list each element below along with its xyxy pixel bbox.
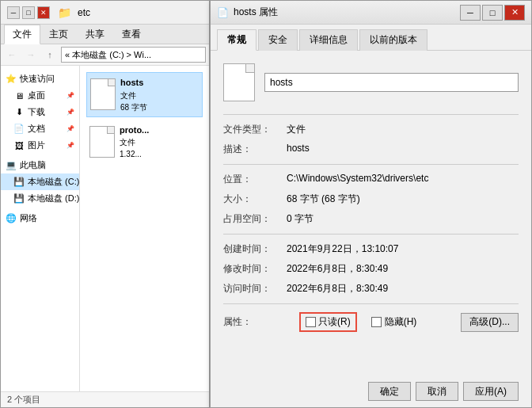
size-value: 68 字节 (68 字节) [287, 193, 519, 206]
dialog-maximize-btn[interactable]: □ [482, 5, 503, 21]
desc-value: hosts [287, 143, 519, 154]
readonly-checkbox[interactable] [306, 317, 316, 327]
dialog-title-label: hosts 属性 [234, 6, 278, 19]
minimize-btn[interactable]: ─ [7, 6, 20, 19]
explorer-title: etc [78, 7, 90, 18]
sidebar-label-desktop: 桌面 [28, 90, 45, 101]
modified-label: 修改时间： [223, 262, 287, 276]
dialog-close-btn[interactable]: ✕ [504, 5, 525, 21]
status-bar: 2 个项目 [1, 391, 209, 407]
proto-filetype: 文件 [120, 136, 149, 148]
created-value: 2021年9月22日，13:10:07 [287, 242, 519, 256]
sidebar-item-desktop[interactable]: 🖥 桌面 📌 [1, 87, 79, 104]
dialog-bottom-buttons: 确定 取消 应用(A) [211, 376, 531, 407]
sidebar-item-thispc[interactable]: 💻 此电脑 [1, 157, 79, 173]
ribbon-tab-file[interactable]: 文件 [4, 25, 40, 44]
address-bar[interactable]: « 本地磁盘 (C:) > Wi... [61, 47, 206, 63]
ribbon: 文件 主页 共享 查看 [1, 25, 209, 44]
documents-icon: 📄 [13, 124, 25, 135]
maximize-btn[interactable]: □ [22, 6, 35, 19]
explorer-panel: ─ □ ✕ 📁 etc 文件 主页 共享 查看 ← → ↑ « 本地磁盘 (C:… [0, 0, 210, 408]
filetype-label: 文件类型： [223, 123, 287, 136]
close-btn[interactable]: ✕ [37, 6, 50, 19]
attr-row: 属性： 只读(R) 隐藏(H) 高级(D)... [223, 312, 519, 332]
dialog-content: 文件类型： 文件 描述： hosts 位置： C:\Windows\System… [211, 51, 531, 376]
size-label: 大小： [223, 193, 287, 206]
sidebar-label-pictures: 图片 [28, 139, 45, 151]
title-bar-icons: ─ □ ✕ [7, 6, 50, 19]
dialog-file-icon: 📄 [217, 7, 229, 18]
file-item-proto[interactable]: proto... 文件 1.32... [86, 120, 203, 164]
divider-2 [223, 164, 519, 165]
properties-dialog: 📄 hosts 属性 ─ □ ✕ 常规 安全 详细信息 以前的版本 文件类型： … [210, 0, 532, 408]
forward-button[interactable]: → [23, 47, 39, 63]
cancel-button[interactable]: 取消 [416, 382, 458, 401]
hidden-checkbox[interactable] [371, 317, 382, 327]
readonly-checkbox-group: 只读(R) [299, 312, 357, 332]
attr-left: 只读(R) 隐藏(H) [299, 312, 416, 332]
proto-file-icon [89, 126, 115, 158]
folder-icon: 📁 [58, 6, 71, 19]
up-button[interactable]: ↑ [42, 47, 58, 63]
status-text: 2 个项目 [7, 394, 40, 406]
sidebar-item-downloads[interactable]: ⬇ 下载 📌 [1, 104, 79, 120]
dialog-tabs: 常规 安全 详细信息 以前的版本 [211, 25, 531, 51]
hosts-filesize: 68 字节 [120, 101, 147, 113]
readonly-checkbox-item: 只读(R) [306, 315, 351, 329]
dialog-controls: ─ □ ✕ [460, 5, 525, 21]
created-label: 创建时间： [223, 242, 287, 256]
accessed-label: 访问时间： [223, 282, 287, 296]
disksize-value: 0 字节 [287, 212, 519, 226]
prop-row-accessed: 访问时间： 2022年6月8日，8:30:49 [223, 282, 519, 296]
sidebar-item-documents[interactable]: 📄 文档 📌 [1, 120, 79, 137]
hosts-file-info: hosts 文件 68 字节 [120, 76, 147, 113]
attr-label: 属性： [223, 315, 252, 329]
file-item-hosts[interactable]: hosts 文件 68 字节 [86, 72, 203, 117]
nav-bar: ← → ↑ « 本地磁盘 (C:) > Wi... [1, 44, 209, 66]
ribbon-tab-view[interactable]: 查看 [113, 25, 150, 44]
hosts-filename: hosts [120, 76, 147, 90]
file-list: hosts 文件 68 字节 proto... 文件 1.32... [80, 66, 209, 391]
pin-icon-desktop: 📌 [66, 92, 74, 99]
pin-icon-documents: 📌 [66, 125, 74, 132]
sidebar-item-cdrive[interactable]: 💾 本地磁盘 (C:) [1, 173, 79, 190]
cdrive-icon: 💾 [13, 177, 25, 188]
prop-row-created: 创建时间： 2021年9月22日，13:10:07 [223, 242, 519, 256]
sidebar-section-thispc: 💻 此电脑 💾 本地磁盘 (C:) 💾 本地磁盘 (D:) [1, 155, 79, 208]
divider-3 [223, 234, 519, 235]
accessed-value: 2022年6月8日，8:30:49 [287, 282, 519, 296]
tab-general[interactable]: 常规 [217, 29, 256, 51]
sidebar-label-network: 网络 [20, 212, 37, 224]
ribbon-tabs: 文件 主页 共享 查看 [1, 25, 209, 44]
apply-button[interactable]: 应用(A) [463, 382, 519, 401]
prop-row-disksize: 占用空间： 0 字节 [223, 212, 519, 226]
pictures-icon: 🖼 [13, 140, 25, 151]
proto-filesize: 1.32... [120, 148, 149, 160]
prop-row-type: 文件类型： 文件 [223, 123, 519, 136]
ok-button[interactable]: 确定 [368, 382, 411, 401]
proto-file-info: proto... 文件 1.32... [120, 124, 149, 161]
tab-details[interactable]: 详细信息 [299, 29, 358, 51]
quickaccess-icon: ⭐ [6, 74, 17, 85]
explorer-title-bar: ─ □ ✕ 📁 etc [1, 1, 209, 25]
advanced-button[interactable]: 高级(D)... [461, 313, 519, 332]
tab-security[interactable]: 安全 [258, 29, 298, 51]
location-label: 位置： [223, 173, 287, 186]
proto-filename: proto... [120, 124, 149, 137]
hidden-label: 隐藏(H) [385, 315, 417, 329]
dialog-minimize-btn[interactable]: ─ [460, 5, 481, 21]
desc-label: 描述： [223, 143, 287, 156]
ribbon-tab-share[interactable]: 共享 [77, 25, 113, 44]
tab-previous-versions[interactable]: 以前的版本 [359, 29, 428, 51]
sidebar-item-pictures[interactable]: 🖼 图片 📌 [1, 137, 79, 154]
explorer-content: ⭐ 快速访问 🖥 桌面 📌 ⬇ 下载 📌 📄 文档 📌 [1, 66, 209, 391]
ribbon-tab-home[interactable]: 主页 [40, 25, 77, 44]
sidebar-label-quickaccess: 快速访问 [20, 73, 55, 85]
filename-input[interactable] [264, 73, 519, 92]
sidebar: ⭐ 快速访问 🖥 桌面 📌 ⬇ 下载 📌 📄 文档 📌 [1, 66, 80, 391]
sidebar-item-quickaccess[interactable]: ⭐ 快速访问 [1, 71, 79, 87]
sidebar-item-ddrive[interactable]: 💾 本地磁盘 (D:) [1, 190, 79, 207]
sidebar-item-network[interactable]: 🌐 网络 [1, 210, 79, 227]
desktop-icon: 🖥 [13, 90, 25, 101]
back-button[interactable]: ← [4, 47, 20, 63]
